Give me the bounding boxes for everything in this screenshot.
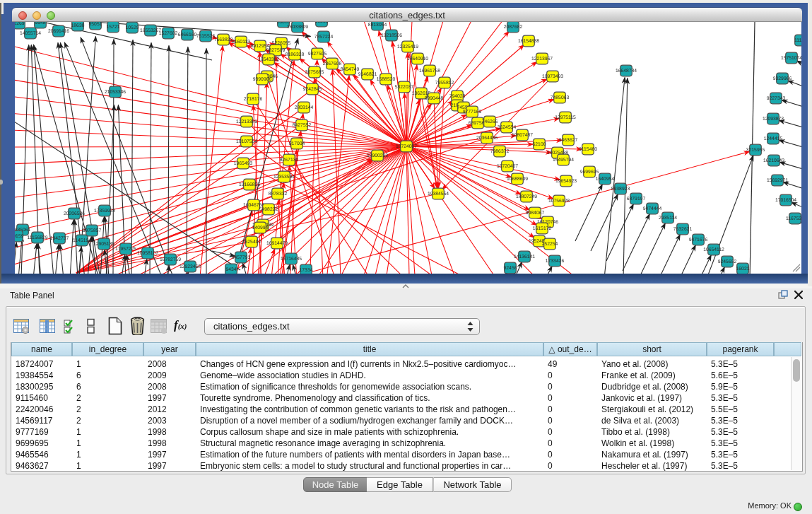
svg-text:16021: 16021 xyxy=(736,267,750,271)
svg-text:7955812: 7955812 xyxy=(435,81,454,86)
svg-text:1615172: 1615172 xyxy=(533,226,552,231)
svg-text:16210643: 16210643 xyxy=(763,158,784,163)
svg-text:12213389: 12213389 xyxy=(236,119,257,124)
svg-text:16154838: 16154838 xyxy=(518,39,539,44)
svg-text:1167533: 1167533 xyxy=(786,216,801,221)
svg-text:17334: 17334 xyxy=(300,268,313,273)
svg-text:15751074: 15751074 xyxy=(781,56,801,61)
svg-text:10958107: 10958107 xyxy=(137,251,158,256)
svg-text:2087682: 2087682 xyxy=(504,25,523,30)
svg-text:16033809: 16033809 xyxy=(287,25,308,30)
svg-text:9463627: 9463627 xyxy=(559,138,578,143)
svg-text:16553267: 16553267 xyxy=(140,28,161,33)
svg-text:17957225: 17957225 xyxy=(115,247,136,252)
svg-text:14055714: 14055714 xyxy=(20,31,41,36)
svg-text:20364436: 20364436 xyxy=(476,136,498,141)
svg-text:10654112: 10654112 xyxy=(703,247,724,252)
svg-text:8878332: 8878332 xyxy=(269,192,288,197)
svg-text:10807487: 10807487 xyxy=(512,133,533,138)
svg-text:12213967: 12213967 xyxy=(531,57,553,62)
svg-text:6879197: 6879197 xyxy=(627,197,646,201)
svg-text:10107554: 10107554 xyxy=(236,139,257,144)
svg-text:19384554: 19384554 xyxy=(428,192,449,197)
svg-text:8990448: 8990448 xyxy=(425,96,444,101)
svg-text:2803144: 2803144 xyxy=(295,105,314,110)
svg-text:16543382: 16543382 xyxy=(258,57,279,62)
svg-text:1527602: 1527602 xyxy=(159,31,178,36)
svg-text:9084067: 9084067 xyxy=(526,211,545,216)
svg-text:9827509: 9827509 xyxy=(266,48,286,53)
svg-text:17359928: 17359928 xyxy=(94,209,115,214)
svg-text:11124: 11124 xyxy=(794,38,801,43)
svg-text:1733426: 1733426 xyxy=(546,259,565,264)
svg-text:10756928: 10756928 xyxy=(548,199,570,204)
svg-text:8938923: 8938923 xyxy=(611,187,630,192)
svg-text:21053346: 21053346 xyxy=(105,90,126,95)
svg-text:1965493: 1965493 xyxy=(234,161,253,166)
svg-text:6466160: 6466160 xyxy=(178,33,197,37)
svg-text:62100: 62100 xyxy=(533,142,546,147)
svg-text:1145194: 1145194 xyxy=(73,238,91,243)
svg-text:5498222: 5498222 xyxy=(259,207,278,212)
svg-text:20691416: 20691416 xyxy=(48,29,69,34)
svg-text:9434: 9434 xyxy=(225,267,236,272)
svg-text:9457791: 9457791 xyxy=(232,255,251,260)
svg-text:18724007: 18724007 xyxy=(396,144,417,149)
svg-text:12923468: 12923468 xyxy=(180,264,201,269)
svg-text:12905135: 12905135 xyxy=(93,242,114,247)
svg-text:8186328: 8186328 xyxy=(286,52,305,57)
svg-text:1640954: 1640954 xyxy=(596,177,615,182)
svg-text:17016504: 17016504 xyxy=(775,198,796,203)
svg-text:9245652: 9245652 xyxy=(718,259,737,264)
svg-text:7485063: 7485063 xyxy=(551,95,570,100)
svg-text:7632621: 7632621 xyxy=(673,227,693,232)
svg-text:85051: 85051 xyxy=(89,22,102,27)
svg-text:1244415: 1244415 xyxy=(764,136,783,141)
svg-text:9242845: 9242845 xyxy=(303,87,322,92)
svg-text:9115460: 9115460 xyxy=(579,147,597,152)
svg-text:9227343: 9227343 xyxy=(767,96,786,101)
svg-text:1588520: 1588520 xyxy=(377,77,396,82)
svg-text:8454749: 8454749 xyxy=(341,67,360,72)
svg-text:8267130: 8267130 xyxy=(280,158,299,163)
svg-text:15495794: 15495794 xyxy=(553,158,574,163)
svg-text:9777169: 9777169 xyxy=(463,110,482,115)
svg-text:5322037: 5322037 xyxy=(395,85,414,90)
svg-text:7625402: 7625402 xyxy=(242,240,261,245)
svg-text:16782759: 16782759 xyxy=(160,257,181,262)
svg-text:7663822: 7663822 xyxy=(214,37,233,42)
svg-text:2367608: 2367608 xyxy=(323,62,342,66)
svg-text:7857224: 7857224 xyxy=(314,35,334,40)
svg-text:917004: 917004 xyxy=(289,141,305,146)
svg-text:9948: 9948 xyxy=(35,22,45,25)
svg-text:10973493: 10973493 xyxy=(542,74,563,79)
svg-text:8160113: 8160113 xyxy=(232,40,250,45)
svg-text:9699695: 9699695 xyxy=(580,170,599,175)
svg-text:39159: 39159 xyxy=(15,234,24,239)
svg-text:12093873: 12093873 xyxy=(763,117,784,122)
svg-text:7515526: 7515526 xyxy=(196,34,216,39)
svg-text:12353594: 12353594 xyxy=(273,175,295,180)
svg-text:140994: 140994 xyxy=(252,226,269,230)
svg-text:252254: 252254 xyxy=(542,242,558,247)
svg-text:3624554: 3624554 xyxy=(498,125,517,130)
svg-text:15692971: 15692971 xyxy=(767,178,788,183)
svg-text:18638: 18638 xyxy=(71,23,85,28)
svg-text:16648784: 16648784 xyxy=(616,69,637,74)
svg-text:8427552: 8427552 xyxy=(293,123,312,128)
svg-text:18807249: 18807249 xyxy=(516,194,537,199)
svg-text:2935114: 2935114 xyxy=(659,216,677,221)
svg-text:12975115: 12975115 xyxy=(555,115,576,120)
svg-text:2718176: 2718176 xyxy=(244,97,263,102)
svg-text:9474444: 9474444 xyxy=(643,206,662,211)
svg-text:8813054: 8813054 xyxy=(368,23,387,28)
svg-text:16961758: 16961758 xyxy=(419,69,440,74)
svg-text:10529: 10529 xyxy=(126,25,139,30)
svg-text:9390906: 9390906 xyxy=(253,77,272,82)
svg-text:16914479: 16914479 xyxy=(266,241,288,246)
svg-text:11156829: 11156829 xyxy=(27,235,47,240)
svg-text:20206536: 20206536 xyxy=(64,211,85,216)
svg-text:14136141: 14136141 xyxy=(514,255,535,259)
svg-text:15720407: 15720407 xyxy=(497,164,518,169)
svg-text:10688609: 10688609 xyxy=(507,177,528,182)
